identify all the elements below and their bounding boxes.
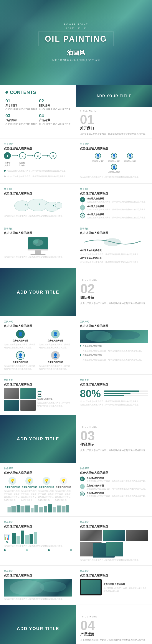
- step-title-2: 点击输入您的标题: [86, 484, 147, 487]
- team-member-4: 👤 点击输入您的标题 点击这里输入您的正文内容，简单清晰的阐述您想表达的观点和主…: [39, 351, 72, 371]
- person-1: 👤 点击输入内容: [92, 153, 104, 174]
- row-about-2: 关于我们 点击这里输入您的标题 点击这里输入您的正文内容，简单清晰的阐述您想表达…: [0, 184, 152, 223]
- bar-3: [21, 530, 24, 544]
- works-art-left: 作品展示 点击这里输入您的标题 点击这里输入您的正文内容，简单清晰的阐述您想表达…: [0, 566, 76, 604]
- team-section-desc: 点击这里输入您的正文内容，简单清晰的阐述您想表达的观点和主题。: [80, 302, 148, 305]
- step-desc-1: 点击这里输入您的正文内容，简单清晰的阐述您想表达的观点和主题。: [86, 480, 147, 482]
- row-team-1: 团队介绍 点击这里输入您的标题 👤 点击输入您的标题 点击这里输入您的正文内容，…: [0, 316, 152, 374]
- works-sec-header-2: 作品展示: [80, 467, 148, 470]
- v-tl-dot-1: 1: [80, 197, 85, 202]
- click-titles: 点击这里输入您的标题 点击这里输入您的正文内容，简单清晰的阐述您想表达的观点和主…: [80, 249, 148, 264]
- works-sec-title-3: 点击这里输入您的标题: [4, 524, 72, 528]
- world-map-container: [4, 197, 72, 214]
- member-avatar-2: 👤: [51, 330, 60, 338]
- svg-rect-12: [7, 507, 11, 512]
- team-cover-title: ADD YOUR TITLE: [17, 289, 59, 295]
- insta-layout: 📷 点击输入您的标题 点击这里输入您的正文内容，简单清晰的阐述您想表达的观点和主…: [4, 388, 72, 411]
- svg-rect-18: [35, 505, 38, 512]
- cover-title-en: OIL PAINTING: [45, 34, 107, 44]
- step-2: 2: [19, 152, 26, 159]
- arrow-2: [27, 156, 33, 156]
- team-sec-header-2: 团队介绍: [80, 320, 148, 323]
- works-chart-left: 作品展示 点击这里输入您的标题 📊 56 点击这里输入您的正文内容，简单清晰的阐…: [0, 516, 76, 566]
- team-list: 点击这里输入您的标题 点击这里输入您的正文内容，简单清晰的阐述您想表达的观点和主…: [80, 344, 148, 362]
- team-list-body-1: 点击这里输入您的正文内容，简单清晰的阐述您想表达的观点和主题。: [82, 349, 148, 352]
- member-avatar-4: 👤: [51, 351, 60, 360]
- bulb-item-2: 💡 点击输入您的标题 点击这里输入您的正文内容，简单清晰的阐述您想表达的观点和主…: [21, 477, 38, 502]
- team-percent-right: 团队介绍 点击这里输入您的标题 80% 点击这里输入您的正文内容，简单清晰的阐述…: [76, 374, 152, 415]
- bulb-label-2: 点击输入您的标题: [21, 486, 37, 488]
- works-section-title: 作品展示: [80, 442, 148, 447]
- about-flow-left: 关于我们 点击这里输入您的标题 1 2 3 4 点击输入内容 点击输入内容 点击…: [0, 139, 76, 184]
- works-slide-number: 03: [80, 429, 148, 442]
- member-desc-1: 点击这里输入您的正文内容，简单清晰的阐述您想表达的观点和主题。: [4, 343, 37, 349]
- v-tl-title-3: 点击输入您的标题: [87, 213, 148, 216]
- org-chart: 👤 点击输入内容 👤 点击输入内容 👤 点击输入内容 👤 点击输入内容: [80, 153, 148, 174]
- tl-text-2: 点击这里输入您的正文内容，简单清晰的阐述您想表达的观点和主题。: [7, 175, 68, 178]
- svg-rect-19: [39, 507, 43, 512]
- svg-point-5: [39, 204, 40, 204]
- df-dot-1: [4, 549, 6, 551]
- team-sec-title-3: 点击这里输入您的标题: [4, 382, 72, 386]
- team-sec-title-1: 点击这里输入您的标题: [4, 324, 72, 328]
- photo-2: [103, 530, 125, 541]
- contents-item-2: 02 团队介绍 CLICK HERE ADD YOUR TITLE: [39, 98, 71, 111]
- row-about-1: 关于我们 点击这里输入您的标题 1 2 3 4 点击输入内容 点击输入内容 点击…: [0, 138, 152, 184]
- svg-point-27: [40, 581, 66, 592]
- person-3: 👤 点击输入内容: [108, 164, 120, 174]
- about-tech-left: 关于我们 点击这里输入您的标题 点击这里输入您的正文内容，简单清晰的阐述您想表达…: [0, 223, 76, 268]
- bulb-label-3: 点击输入您的标题: [39, 486, 54, 488]
- art-svg: [4, 579, 72, 596]
- skyline-svg: [4, 504, 72, 512]
- row-works-1: 作品展示 点击这里输入您的标题 💡 点击输入您的标题 点击这里输入您的正文内容，…: [0, 463, 152, 516]
- person-circle-2: 👤: [111, 153, 117, 159]
- add-title-label: ADD YOUR TITLE: [96, 94, 132, 98]
- bulb-label-4: 点击输入您的标题: [56, 486, 71, 488]
- df-dot-4: [70, 549, 72, 551]
- click-title-1: 点击这里输入您的标题: [80, 249, 148, 252]
- chart-desc: 点击这里输入您的正文内容，简单清晰的阐述您想表达的观点和主题。: [4, 544, 72, 548]
- insta-img-3: [20, 388, 36, 399]
- team-section-title: 团队介绍: [80, 295, 148, 300]
- ink-on-screen: [31, 238, 45, 248]
- about-tech-right: 关于我们 点击这里输入您的标题 点击这里输入您的标题 点击这里输入您的正文内容，…: [76, 223, 152, 268]
- bar-4: [25, 535, 29, 544]
- numbered-steps: 01 点击输入您的标题 点击这里输入您的正文内容，简单清晰的阐述您想表达的观点和…: [80, 476, 148, 498]
- v-timeline: 1 点击输入您的标题 点击这里输入您的正文内容，简单清晰的阐述您想表达的观点和主…: [80, 197, 148, 219]
- bar-chart-row: 📊 56: [4, 530, 72, 544]
- insta-icon: 📷: [37, 391, 42, 396]
- team-cover-text: ADD YOUR TITLE: [17, 289, 59, 295]
- member-desc-4: 点击这里输入您的正文内容，简单清晰的阐述您想表达的观点和主题。: [39, 364, 72, 371]
- insta-col-2: [20, 388, 36, 411]
- map-desc: 点击这里输入您的正文内容，简单清晰的阐述您想表达的观点和主题。: [4, 214, 72, 218]
- member-name-3: 点击输入您的标题: [13, 361, 28, 364]
- sec-header-5: 关于我们: [4, 227, 72, 230]
- svg-point-11: [110, 331, 140, 340]
- bar-6: [34, 532, 37, 544]
- team-sec-title-2: 点击这里输入您的标题: [80, 324, 148, 328]
- svg-point-9: [104, 238, 121, 246]
- bulb-desc-1: 点击这里输入您的正文内容，简单清晰的阐述您想表达的观点和主题。: [4, 489, 21, 502]
- contents-item-1: 01 关于我们 CLICK HERE ADD YOUR TITLE: [5, 98, 37, 111]
- about-right-2: 关于我们 点击这里输入您的标题 1 点击输入您的标题 点击这里输入您的正文内容，…: [76, 184, 152, 223]
- sec-header-4: 关于我们: [80, 188, 148, 190]
- svg-rect-14: [17, 505, 20, 512]
- insta-img-4: [20, 400, 36, 411]
- v-tl-content-1: 点击输入您的标题 点击这里输入您的正文内容，简单清晰的阐述您想表达的观点和主题。: [87, 197, 148, 203]
- progress-bar-bg-2: [104, 393, 148, 394]
- df-dot-2: [26, 549, 28, 551]
- works-art-sec-1: 作品展示: [4, 570, 72, 572]
- cover-date: 202X . X . X: [38, 26, 114, 30]
- step-row-2: 02 点击输入您的标题 点击这里输入您的正文内容，简单清晰的阐述您想表达的观点和…: [80, 484, 148, 490]
- art-desc: 点击这里输入您的正文内容，简单清晰的阐述您想表达的观点和主题。: [4, 598, 72, 600]
- title-here-label: TITLE HERE: [80, 110, 148, 112]
- works-ideas-right: 作品展示 点击这里输入您的标题 01 点击输入您的标题 点击这里输入您的正文内容…: [76, 463, 152, 516]
- works-section-cover: ADD YOUR TITLE: [0, 415, 76, 463]
- title-card-panel: ADD YOUR TITLE TITLE HERE 01 关于我们 点击这里输入…: [76, 85, 152, 138]
- works-art-title-2: 点击这里输入您的标题: [80, 574, 148, 577]
- row-works-3: 作品展示 点击这里输入您的标题 点击这里输入您的正文内容，简单清晰的阐述您想表达…: [0, 566, 152, 604]
- row-works-cover: ADD YOUR TITLE TITLE HERE 03 作品展示 点击这里输入…: [0, 415, 152, 463]
- timeline-1: 点击这里输入您的正文内容，简单清晰的阐述您想表达的观点和主题。: [4, 169, 72, 172]
- svg-point-26: [10, 580, 45, 596]
- team-list-item-1: 点击这里输入您的标题: [80, 344, 148, 347]
